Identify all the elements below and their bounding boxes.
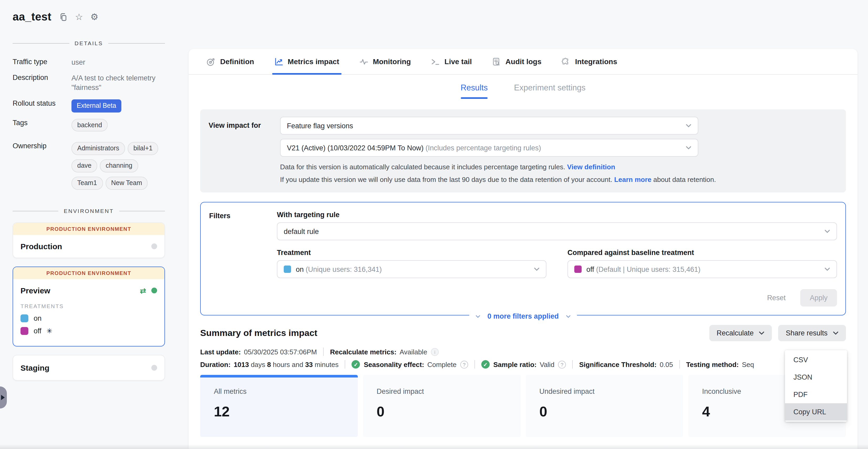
view-impact-label: View impact for — [209, 117, 280, 185]
targeting-rule-select[interactable]: default rule — [277, 223, 837, 241]
check-circle-icon: ✓ — [352, 360, 360, 369]
tab-live-tail[interactable]: Live tail — [431, 49, 472, 74]
environment-card-staging[interactable]: Staging — [12, 355, 165, 381]
swap-arrows-icon: ⇄ — [140, 287, 146, 294]
flag-header: aa_test ☆ ⚙ — [12, 10, 165, 23]
menu-item-json[interactable]: JSON — [785, 368, 847, 386]
production-environment-banner: PRODUCTION ENVIRONMENT — [13, 223, 164, 235]
detail-row-traffic-type: Traffic type user — [12, 58, 165, 67]
chevron-down-icon — [833, 331, 839, 335]
app-root: aa_test ☆ ⚙ DETAILS Traffic type user De… — [0, 0, 868, 449]
detail-row-ownership: Ownership Administratorsbilal+1davechann… — [12, 142, 165, 194]
version-info-line1: Data for this version is automatically c… — [280, 162, 838, 173]
sidebar-expand-handle[interactable] — [0, 386, 7, 409]
terminal-icon — [431, 57, 440, 66]
more-filters-toggle[interactable]: 0 more filters applied — [469, 312, 577, 321]
chevron-down-icon — [686, 146, 691, 150]
targeting-rule-label: With targeting rule — [277, 211, 837, 219]
chevron-down-icon — [566, 315, 571, 318]
environment-section-label: ENVIRONMENT — [64, 208, 114, 214]
default-treatment-asterisk-icon: ✳ — [47, 327, 53, 335]
chevron-down-icon — [825, 230, 830, 234]
menu-item-copy-url[interactable]: Copy URL — [785, 403, 847, 421]
details-list: Traffic type user Description A/A test t… — [12, 58, 165, 194]
owner-pill[interactable]: channing — [100, 159, 138, 173]
metrics-chart-icon — [274, 57, 283, 66]
metrics-summary-cards: All metrics 12 Desired impact 0 Undesire… — [200, 375, 846, 437]
filters-section: Filters With targeting rule default rule… — [200, 202, 846, 316]
treatment-label: Treatment — [277, 249, 547, 257]
document-search-icon — [492, 57, 501, 66]
copy-icon[interactable] — [59, 12, 68, 21]
version-type-select[interactable]: Feature flag versions — [280, 117, 698, 134]
owner-pill[interactable]: New Team — [105, 177, 148, 190]
details-divider: DETAILS — [12, 40, 165, 46]
card-undesired-impact[interactable]: Undesired impact 0 — [526, 375, 683, 437]
detail-row-tags: Tags backend — [12, 119, 165, 136]
card-desired-impact[interactable]: Desired impact 0 — [363, 375, 521, 437]
environment-status-dot-active — [151, 288, 157, 293]
treatment-on-swatch — [284, 266, 291, 273]
treatment-row-on: on — [21, 315, 157, 322]
chevron-down-icon — [686, 124, 691, 127]
treatments-label: TREATMENTS — [21, 303, 157, 309]
summary-title: Summary of metrics impact — [200, 328, 317, 338]
view-definition-link[interactable]: View definition — [567, 163, 615, 171]
share-results-button[interactable]: Share results — [778, 325, 846, 341]
environment-card-preview[interactable]: PRODUCTION ENVIRONMENT Preview ⇄ TREATME… — [12, 267, 165, 347]
help-icon[interactable]: ? — [558, 361, 566, 368]
baseline-treatment-label: Compared against baseline treatment — [567, 249, 837, 257]
main-panel: Definition Metrics impact Monitoring Liv… — [189, 49, 858, 449]
filters-label: Filters — [209, 211, 277, 307]
chevron-down-icon — [475, 315, 480, 318]
menu-item-csv[interactable]: CSV — [785, 351, 847, 368]
rollout-status-badge: External Beta — [71, 99, 121, 112]
baseline-treatment-select[interactable]: off (Default | Unique users: 315,461) — [567, 261, 837, 278]
info-icon[interactable]: i — [431, 348, 439, 356]
learn-more-link[interactable]: Learn more — [614, 176, 652, 183]
treatment-on-swatch — [21, 315, 28, 322]
apply-button[interactable]: Apply — [800, 289, 837, 306]
star-icon[interactable]: ☆ — [75, 12, 83, 21]
chevron-down-icon — [534, 268, 539, 271]
tab-audit-logs[interactable]: Audit logs — [492, 49, 541, 74]
card-all-metrics[interactable]: All metrics 12 — [200, 375, 358, 437]
chevron-down-icon — [759, 331, 765, 335]
subtab-experiment-settings[interactable]: Experiment settings — [513, 83, 587, 99]
results-subtab-bar: Results Experiment settings — [189, 83, 858, 99]
version-select[interactable]: V21 (Active) (10/03/2022 04:59PM To Now)… — [280, 139, 698, 157]
menu-item-pdf[interactable]: PDF — [785, 386, 847, 403]
environment-name: Staging — [21, 363, 50, 372]
tab-integrations[interactable]: Integrations — [561, 49, 617, 74]
detail-row-rollout-status: Rollout status External Beta — [12, 99, 165, 112]
expand-arrow-icon — [1, 395, 5, 400]
owner-pill[interactable]: Administrators — [71, 142, 125, 155]
tab-definition[interactable]: Definition — [207, 49, 254, 74]
treatment-row-off: off ✳ — [21, 327, 157, 335]
chevron-down-icon — [825, 268, 830, 271]
gear-icon[interactable]: ⚙ — [90, 12, 98, 21]
treatment-select[interactable]: on (Unique users: 316,341) — [277, 261, 547, 278]
tab-monitoring[interactable]: Monitoring — [359, 49, 411, 74]
production-environment-banner: PRODUCTION ENVIRONMENT — [13, 267, 164, 279]
help-icon[interactable]: ? — [460, 361, 468, 368]
tag-pill[interactable]: backend — [71, 119, 108, 132]
recalculate-button[interactable]: Recalculate — [709, 325, 772, 341]
details-section-label: DETAILS — [74, 40, 103, 46]
bottom-shadow — [0, 444, 868, 449]
treatments-list: TREATMENTS on off ✳ — [13, 303, 164, 346]
treatment-off-swatch — [574, 266, 582, 273]
tab-bar: Definition Metrics impact Monitoring Liv… — [189, 49, 858, 74]
reset-button[interactable]: Reset — [767, 294, 786, 302]
environment-name: Preview — [21, 286, 50, 295]
subtab-results[interactable]: Results — [460, 83, 489, 99]
owner-pill[interactable]: bilal+1 — [128, 142, 158, 155]
owner-pill[interactable]: Team1 — [71, 177, 103, 190]
owner-pill[interactable]: dave — [71, 159, 97, 173]
environment-card-production[interactable]: PRODUCTION ENVIRONMENT Production — [12, 222, 165, 258]
environment-name: Production — [21, 242, 62, 251]
summary-header: Summary of metrics impact Recalculate Sh… — [200, 325, 846, 341]
check-circle-icon: ✓ — [481, 360, 490, 369]
tab-metrics-impact[interactable]: Metrics impact — [274, 49, 339, 74]
treatment-off-swatch — [21, 327, 28, 335]
